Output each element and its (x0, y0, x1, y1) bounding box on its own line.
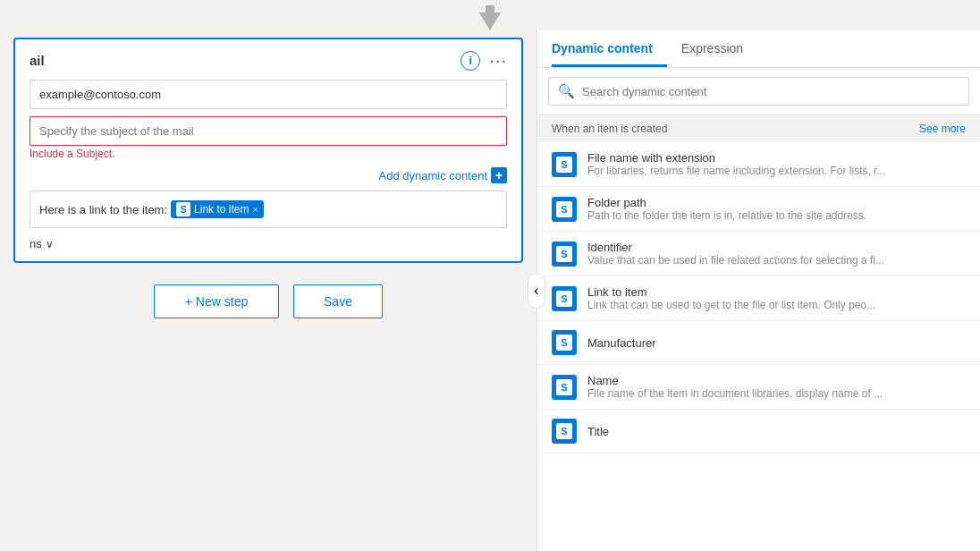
save-button[interactable]: Save (293, 284, 383, 318)
left-panel: ail i ··· Include a Subject. Add dynamic… (0, 30, 536, 551)
item-name: Title (587, 425, 609, 438)
list-item[interactable]: S Folder path Path to the folder the ite… (537, 187, 980, 232)
right-tabs: Dynamic content Expression (537, 30, 980, 68)
search-box: 🔍 (548, 77, 969, 106)
list-item[interactable]: S Link to item Link that can be used to … (537, 276, 980, 321)
list-item[interactable]: S Identifier Value that can be used in f… (537, 232, 980, 276)
more-options-button[interactable]: ··· (489, 50, 507, 71)
right-panel-wrapper: ‹ Dynamic content Expression 🔍 When an i… (536, 30, 980, 551)
sp-icon-inner: S (556, 423, 572, 439)
info-button[interactable]: i (460, 51, 480, 71)
list-item[interactable]: S Manufacturer (537, 321, 980, 365)
list-item[interactable]: S Name File name of the item in document… (537, 365, 980, 410)
sp-icon: S (552, 242, 577, 267)
list-item[interactable]: S Title (537, 410, 980, 454)
search-icon: 🔍 (558, 83, 575, 99)
sp-icon-letter: S (561, 382, 567, 393)
add-dynamic-content-button[interactable]: Add dynamic content + (379, 167, 507, 183)
add-dynamic-label: Add dynamic content (379, 169, 487, 182)
sp-icon: S (552, 197, 577, 222)
card-header: ail i ··· (30, 50, 507, 71)
sp-icon-inner: S (556, 379, 572, 395)
item-name: Folder path (587, 196, 866, 209)
sp-icon-inner: S (556, 335, 572, 351)
subject-error: Include a Subject. (30, 148, 507, 160)
show-more-row[interactable]: ns ∨ (30, 237, 507, 250)
tag-sp-icon: S (176, 202, 190, 216)
item-desc: Path to the folder the item is in, relat… (587, 209, 866, 222)
tab-dynamic-content[interactable]: Dynamic content (552, 30, 667, 67)
show-more-chevron: ∨ (46, 238, 54, 250)
action-card: ail i ··· Include a Subject. Add dynamic… (13, 38, 523, 263)
item-text: Manufacturer (587, 336, 656, 350)
email-input[interactable] (30, 80, 507, 109)
item-text: Name File name of the item in document l… (587, 374, 883, 400)
item-desc: For libraries, returns file name includi… (587, 165, 885, 177)
dynamic-content-list: S File name with extension For libraries… (537, 142, 980, 551)
item-name: Name (587, 374, 883, 387)
body-static-text: Here is a link to the item: (39, 203, 167, 216)
right-panel: Dynamic content Expression 🔍 When an ite… (536, 30, 980, 551)
sp-icon: S (552, 330, 577, 355)
item-name: Manufacturer (587, 336, 656, 350)
item-desc: File name of the item in document librar… (587, 387, 883, 400)
item-text: File name with extension For libraries, … (587, 151, 885, 177)
collapse-handle[interactable]: ‹ (528, 273, 545, 309)
list-item[interactable]: S File name with extension For libraries… (537, 142, 980, 187)
item-text: Link to item Link that can be used to ge… (587, 285, 875, 311)
card-title: ail (30, 53, 45, 68)
card-header-icons: i ··· (460, 50, 507, 71)
sp-icon-inner: S (556, 246, 572, 262)
item-text: Folder path Path to the folder the item … (587, 196, 866, 222)
item-desc: Value that can be used in file related a… (587, 254, 884, 267)
sp-icon: S (552, 375, 577, 400)
sp-icon-letter: S (561, 426, 567, 437)
sp-icon-inner: S (556, 157, 572, 173)
section-title: When an item is created (552, 123, 667, 135)
sp-icon: S (552, 152, 577, 177)
sp-icon-letter: S (561, 204, 567, 215)
see-more-button[interactable]: See more (919, 123, 966, 135)
item-text: Identifier Value that can be used in fil… (587, 241, 884, 267)
new-step-button[interactable]: + New step (154, 284, 279, 318)
sp-icon-letter: S (561, 249, 567, 259)
item-name: File name with extension (587, 151, 885, 165)
body-field[interactable]: Here is a link to the item: S Link to it… (30, 191, 507, 228)
tab-expression[interactable]: Expression (681, 30, 757, 67)
add-dynamic-plus-icon: + (491, 167, 507, 183)
section-header: When an item is created See more (537, 115, 980, 142)
item-name: Identifier (587, 241, 884, 254)
tag-label: Link to item (194, 203, 249, 216)
buttons-row: + New step Save (154, 284, 383, 318)
sp-icon-inner: S (556, 201, 572, 217)
item-text: Title (587, 425, 609, 438)
flow-arrow-icon (474, 5, 506, 30)
dynamic-content-row: Add dynamic content + (30, 167, 507, 183)
main-area: ail i ··· Include a Subject. Add dynamic… (0, 30, 980, 551)
tag-sp-letter: S (180, 204, 186, 215)
sp-icon-inner: S (556, 291, 572, 307)
tag-close-button[interactable]: × (252, 204, 258, 215)
item-desc: Link that can be used to get to the file… (587, 299, 875, 311)
sp-icon-letter: S (561, 293, 567, 304)
item-name: Link to item (587, 285, 875, 299)
top-arrow-area (0, 0, 980, 30)
sp-icon: S (552, 419, 577, 444)
sp-icon-letter: S (561, 337, 567, 348)
show-more-prefix: ns (30, 237, 42, 250)
search-box-container: 🔍 (537, 68, 980, 115)
subject-input[interactable] (30, 116, 507, 146)
sp-icon-letter: S (561, 159, 567, 170)
link-to-item-tag[interactable]: S Link to item × (171, 200, 264, 218)
search-dynamic-input[interactable] (582, 85, 959, 98)
sp-icon: S (552, 286, 577, 311)
